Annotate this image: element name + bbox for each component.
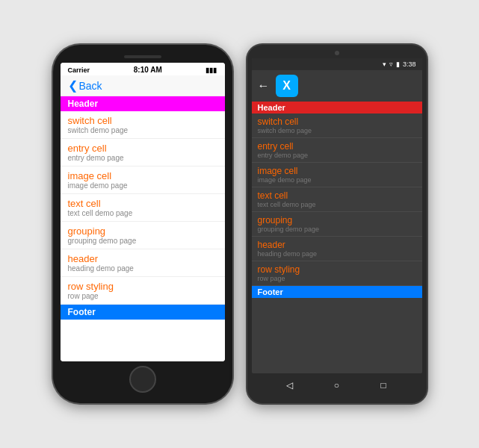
item-title: header [68, 253, 217, 264]
android-nav-buttons: ◁ ○ □ [252, 373, 422, 397]
item-title: text cell [68, 198, 217, 209]
item-subtitle: heading demo page [68, 264, 217, 273]
item-subtitle: heading demo page [258, 250, 416, 258]
devices-container: Carrier 8:10 AM ▮▮▮ ❮ Back Header switch… [38, 30, 442, 418]
chevron-icon: ❮ [68, 78, 78, 93]
android-list-header: Header [252, 102, 422, 113]
item-title: switch cell [68, 115, 217, 126]
android-wifi-icon: ▿ [389, 60, 393, 68]
iphone-device: Carrier 8:10 AM ▮▮▮ ❮ Back Header switch… [53, 45, 232, 403]
list-item[interactable]: row styling row page [252, 261, 422, 286]
android-screen: ▾ ▿ ▮ 3:38 ← X Header switch cell switch… [252, 58, 422, 373]
iphone-back-label: Back [79, 80, 102, 92]
iphone-back-button[interactable]: ❮ Back [68, 78, 217, 93]
android-list-footer: Footer [252, 286, 422, 298]
android-app-icon: X [276, 75, 298, 97]
android-back-nav-button[interactable]: ◁ [282, 378, 297, 393]
list-item[interactable]: header heading demo page [252, 237, 422, 261]
list-item[interactable]: header heading demo page [61, 249, 225, 277]
android-app-icon-label: X [282, 79, 291, 93]
list-item[interactable]: text cell text cell demo page [61, 194, 225, 222]
android-top-bar: ← X [252, 70, 422, 102]
item-subtitle: row page [258, 275, 416, 282]
item-title: entry cell [258, 141, 416, 152]
item-subtitle: text cell demo page [68, 209, 217, 217]
item-title: header [258, 240, 416, 250]
list-item[interactable]: grouping grouping demo page [61, 222, 225, 249]
item-title: text cell [258, 190, 416, 201]
list-item[interactable]: switch cell switch demo page [252, 113, 422, 138]
item-title: entry cell [68, 143, 217, 154]
list-item[interactable]: entry cell entry demo page [252, 138, 422, 163]
iphone-home-button[interactable] [129, 366, 156, 393]
iphone-nav-bar: ❮ Back [61, 75, 225, 96]
item-subtitle: image demo page [68, 181, 217, 190]
item-subtitle: entry demo page [258, 152, 416, 159]
android-list: Header switch cell switch demo page entr… [252, 102, 422, 373]
android-recent-nav-button[interactable]: □ [376, 378, 391, 393]
list-item[interactable]: grouping grouping demo page [252, 212, 422, 237]
android-time: 3:38 [403, 60, 416, 68]
iphone-screen: Carrier 8:10 AM ▮▮▮ ❮ Back Header switch… [61, 63, 225, 361]
android-battery-icon: ▮ [396, 60, 400, 68]
item-title: image cell [258, 166, 416, 176]
item-subtitle: image demo page [258, 176, 416, 184]
item-title: row styling [258, 264, 416, 275]
android-device: ▾ ▿ ▮ 3:38 ← X Header switch cell switch… [247, 45, 427, 403]
item-title: row styling [68, 281, 217, 292]
item-title: image cell [68, 170, 217, 181]
iphone-carrier: Carrier [68, 66, 90, 74]
list-item[interactable]: switch cell switch demo page [61, 111, 225, 139]
iphone-speaker [124, 55, 161, 58]
item-title: grouping [258, 215, 416, 225]
item-title: switch cell [258, 116, 416, 127]
iphone-time: 8:10 AM [134, 66, 162, 74]
list-item[interactable]: row styling row page [61, 277, 225, 305]
list-item[interactable]: text cell text cell demo page [252, 187, 422, 212]
iphone-list: Header switch cell switch demo page entr… [61, 96, 225, 361]
iphone-list-footer: Footer [61, 305, 225, 320]
android-signal-icon: ▾ [383, 60, 386, 68]
item-subtitle: grouping demo page [68, 237, 217, 245]
item-title: grouping [68, 225, 217, 237]
item-subtitle: text cell demo page [258, 201, 416, 208]
list-item[interactable]: image cell image demo page [61, 167, 225, 194]
item-subtitle: entry demo page [68, 154, 217, 162]
list-item[interactable]: entry cell entry demo page [61, 139, 225, 167]
item-subtitle: switch demo page [68, 126, 217, 134]
item-subtitle: row page [68, 292, 217, 300]
android-camera [335, 51, 339, 55]
android-home-nav-button[interactable]: ○ [329, 378, 344, 393]
iphone-battery: ▮▮▮ [205, 66, 217, 74]
iphone-status-bar: Carrier 8:10 AM ▮▮▮ [61, 63, 225, 75]
item-subtitle: switch demo page [258, 127, 416, 134]
item-subtitle: grouping demo page [258, 225, 416, 233]
iphone-list-header: Header [61, 96, 225, 111]
list-item[interactable]: image cell image demo page [252, 163, 422, 187]
android-back-button[interactable]: ← [258, 79, 270, 93]
android-status-bar: ▾ ▿ ▮ 3:38 [252, 58, 422, 70]
